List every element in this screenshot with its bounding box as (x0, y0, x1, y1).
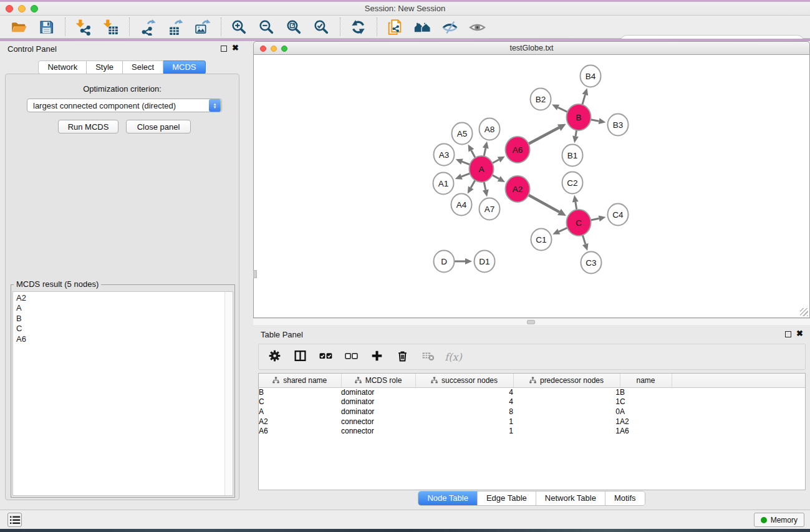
refresh-view-button[interactable] (348, 17, 369, 37)
trash-button[interactable] (395, 349, 410, 364)
network-graph: B4B2BB3A8A5A6A3B1AC2A1A2A4A7C4CC1C3DD1 (254, 55, 809, 319)
control-panel-title: Control Panel (7, 44, 57, 54)
table-cell[interactable]: 4 (415, 387, 513, 397)
table-cell[interactable]: A6 (259, 427, 341, 437)
column-header-mcds-role[interactable]: MCDS role (341, 374, 415, 387)
table-cell[interactable]: A2 (620, 417, 672, 427)
houses-button[interactable] (412, 17, 433, 37)
table-cell[interactable]: 0 (513, 407, 620, 417)
table-close-panel-icon[interactable]: ✖ (796, 329, 803, 339)
table-row[interactable]: A2connector11A2 (259, 417, 805, 427)
close-panel-icon[interactable]: ✖ (232, 43, 239, 53)
export-table-button[interactable] (165, 17, 185, 37)
table-cell[interactable]: C (259, 397, 341, 407)
table-cell[interactable]: dominator (341, 407, 415, 417)
table-cell[interactable]: A6 (620, 427, 672, 437)
table-cell[interactable]: dominator (341, 397, 415, 407)
table-cell[interactable]: A (620, 407, 672, 417)
documents-network-button[interactable] (385, 17, 405, 37)
table-cell[interactable]: A2 (259, 417, 341, 427)
table-cell[interactable]: 1 (513, 427, 620, 437)
column-header-name[interactable]: name (620, 374, 672, 387)
toolbar-separator (221, 17, 221, 36)
table-cell[interactable]: 1 (415, 417, 513, 427)
table-cell[interactable]: B (620, 387, 672, 397)
table-cell[interactable]: 1 (513, 397, 620, 407)
graph-node-label-C: C (576, 218, 582, 228)
result-list-scrollbar[interactable] (224, 292, 233, 495)
table-row[interactable]: Bdominator41B (259, 387, 805, 397)
tab-edge-table[interactable]: Edge Table (477, 491, 536, 505)
memory-button[interactable]: Memory (754, 513, 804, 527)
resize-grip-icon[interactable] (800, 308, 808, 316)
zoom-selected-button[interactable] (311, 17, 332, 37)
export-image-button[interactable] (192, 17, 213, 37)
graph-node-label-A5: A5 (457, 129, 468, 138)
horizontal-scrollbar[interactable] (253, 318, 810, 325)
tab-node-table[interactable]: Node Table (418, 491, 477, 505)
mcds-result-item[interactable]: A2 (13, 293, 233, 303)
graph-edge-arrowhead (572, 195, 579, 203)
table-panel-title: Table Panel (261, 330, 303, 339)
eye-button[interactable] (467, 17, 488, 37)
close-panel-button[interactable]: Close panel (126, 120, 191, 133)
table-cell[interactable]: connector (341, 427, 415, 437)
zoom-fit-button[interactable] (284, 17, 304, 37)
table-row[interactable]: Cdominator41C (259, 397, 805, 407)
table-float-panel-icon[interactable] (785, 331, 791, 337)
table-cell[interactable]: 4 (415, 397, 513, 407)
mcds-result-item[interactable]: A (13, 303, 233, 313)
zoom-in-button[interactable] (229, 17, 249, 37)
deselect-all-button[interactable] (344, 349, 359, 364)
select-all-button[interactable] (318, 349, 333, 364)
zoom-out-button[interactable] (256, 17, 277, 37)
vertical-scrollbar-thumb[interactable] (253, 270, 257, 278)
import-table-button[interactable] (100, 17, 121, 37)
add-button[interactable] (369, 349, 384, 364)
table-row[interactable]: A6connector11A6 (259, 427, 805, 437)
table-cell[interactable]: connector (341, 417, 415, 427)
eye-slash-button[interactable] (440, 17, 460, 37)
deselect-all-icon (345, 349, 358, 364)
table-cell[interactable]: 1 (415, 427, 513, 437)
tab-motifs[interactable]: Motifs (605, 491, 645, 505)
tab-mcds[interactable]: MCDS (163, 60, 205, 74)
tab-network-table[interactable]: Network Table (536, 491, 605, 505)
table-cell[interactable]: A (259, 407, 341, 417)
tab-network[interactable]: Network (38, 60, 87, 74)
save-session-button[interactable] (36, 17, 57, 37)
table-tab-group: Node TableEdge TableNetwork TableMotifs (418, 491, 645, 506)
table-cell[interactable]: C (620, 397, 672, 407)
mcds-result-item[interactable]: B (13, 314, 233, 324)
mcds-result-item[interactable]: C (13, 324, 233, 334)
horizontal-scrollbar-thumb[interactable] (527, 320, 535, 324)
task-history-button[interactable] (7, 513, 22, 527)
gear-button[interactable] (267, 349, 282, 364)
mcds-result-item[interactable]: A6 (13, 334, 233, 344)
tab-select[interactable]: Select (123, 60, 163, 74)
table-cell[interactable]: dominator (341, 387, 415, 397)
open-session-button[interactable] (9, 17, 29, 37)
columns-button[interactable] (292, 349, 307, 364)
export-network-button[interactable] (137, 17, 158, 37)
table-cell[interactable]: 1 (513, 387, 620, 397)
mcds-result-list[interactable]: A2ABCA6 (12, 291, 233, 496)
criterion-dropdown[interactable]: largest connected component (directed) ▴… (27, 99, 222, 112)
graph-node-label-B1: B1 (567, 151, 578, 160)
import-network-button[interactable] (73, 17, 94, 37)
graph-edge-arrowhead (599, 118, 606, 124)
column-header-predecessor-nodes[interactable]: predecessor nodes (513, 374, 620, 387)
tab-style[interactable]: Style (87, 60, 123, 74)
table-cell[interactable]: B (259, 387, 341, 397)
column-header-successor-nodes[interactable]: successor nodes (415, 374, 513, 387)
graph-svg: B4B2BB3A8A5A6A3B1AC2A1A2A4A7C4CC1C3DD1 (254, 55, 809, 317)
column-header-shared-name[interactable]: shared name (259, 374, 341, 387)
table-row[interactable]: Adominator80A (259, 407, 805, 417)
table-cell[interactable]: 8 (415, 407, 513, 417)
graph-node-label-C1: C1 (536, 235, 546, 244)
run-mcds-button[interactable]: Run MCDS (58, 120, 118, 133)
network-canvas[interactable]: B4B2BB3A8A5A6A3B1AC2A1A2A4A7C4CC1C3DD1 (253, 55, 810, 318)
float-panel-icon[interactable] (221, 46, 227, 52)
table-cell[interactable]: 1 (513, 417, 620, 427)
table-panel-header: Table Panel ✖ (253, 327, 810, 342)
